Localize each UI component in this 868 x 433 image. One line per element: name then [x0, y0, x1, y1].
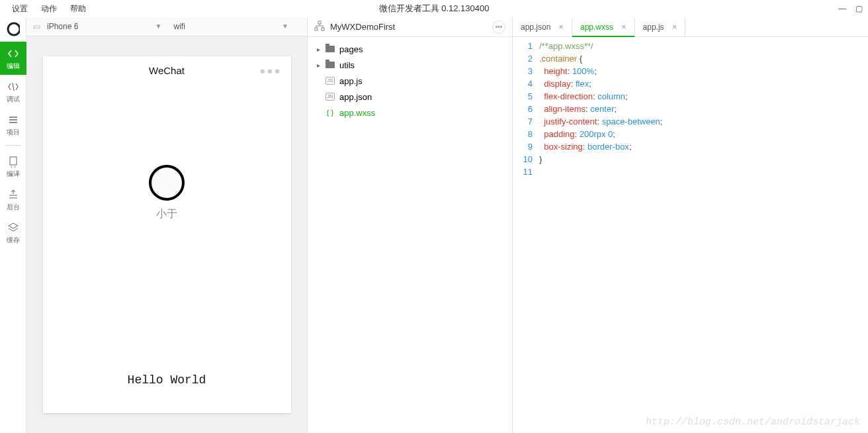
file-name: app.wxss [339, 108, 375, 118]
sidebar-item-globe[interactable] [0, 17, 26, 42]
device-type-icon: ▭ [33, 22, 40, 31]
file-name: pages [339, 44, 363, 54]
sidebar-item-project[interactable]: 项目 [0, 108, 26, 141]
sidebar-item-edit[interactable]: 编辑 [0, 42, 26, 75]
file-row[interactable]: { }app.wxss [308, 105, 512, 120]
simulator-panel: ▭ iPhone 6 ▼ wifi ▼ WeChat ●●● 小于 Hello … [26, 17, 308, 433]
simulator-body: 小于 Hello World [43, 85, 291, 413]
maximize-icon[interactable]: ▢ [855, 4, 863, 13]
editor-tab[interactable]: app.json× [513, 17, 572, 36]
device-bar: ▭ iPhone 6 ▼ wifi ▼ [26, 17, 307, 36]
sidebar-item-debug[interactable]: 调试 [0, 75, 26, 108]
menubar: 设置 动作 帮助 微信开发者工具 0.12.130400 — ▢ [0, 0, 868, 17]
menu-actions[interactable]: 动作 [34, 3, 64, 15]
device-network-label: wifi [174, 22, 185, 31]
divider [5, 145, 21, 146]
tab-label: app.wxss [580, 23, 613, 32]
chevron-right-icon: ▸ [317, 62, 324, 69]
file-tree: ▸pages▸utilsJSapp.jsJNapp.json{ }app.wxs… [308, 37, 512, 124]
list-icon [7, 113, 20, 126]
sidebar-item-compile[interactable]: 编译 [0, 150, 26, 183]
sidebar: 编辑 调试 项目 编译 后台 [0, 17, 26, 433]
svg-point-0 [8, 23, 20, 35]
file-name: utils [339, 60, 355, 70]
folder-row[interactable]: ▸pages [308, 41, 512, 57]
editor-panel: app.json×app.wxss×app.js× 1234567891011 … [513, 17, 868, 433]
file-badge: JS [326, 77, 334, 85]
sidebar-label: 调试 [7, 95, 20, 104]
more-icon[interactable]: ●●● [259, 65, 281, 76]
sidebar-item-backend[interactable]: 后台 [0, 183, 26, 216]
sidebar-label: 后台 [7, 203, 20, 212]
device-model-label: iPhone 6 [47, 22, 78, 31]
more-button[interactable]: ••• [492, 21, 505, 34]
code-lines: /**app.wxss**/.container { height: 100%;… [539, 40, 868, 178]
sidebar-label: 缓存 [7, 236, 20, 245]
project-name: MyWXDemoFirst [330, 22, 395, 32]
avatar [149, 165, 185, 201]
svg-rect-3 [315, 28, 318, 30]
menu-settings[interactable]: 设置 [5, 3, 34, 15]
folder-row[interactable]: ▸utils [308, 57, 512, 73]
globe-icon [7, 23, 20, 36]
window-title: 微信开发者工具 0.12.130400 [379, 3, 490, 15]
simulator-titlebar: WeChat ●●● [43, 56, 291, 85]
compile-icon [7, 155, 20, 168]
close-icon[interactable]: × [672, 22, 677, 32]
svg-rect-2 [318, 21, 321, 24]
code-icon [7, 47, 20, 60]
sidebar-label: 编译 [7, 169, 20, 179]
watermark: http://blog.csdn.net/androidstarjack [646, 416, 860, 428]
folder-icon [324, 46, 337, 52]
editor-tab[interactable]: app.wxss× [572, 17, 635, 36]
device-model-select[interactable]: iPhone 6 ▼ [47, 22, 174, 31]
code-editor[interactable]: 1234567891011 /**app.wxss**/.container {… [513, 37, 868, 178]
minimize-icon[interactable]: — [838, 4, 846, 13]
device-network-select[interactable]: wifi ▼ [174, 22, 301, 31]
sitemap-icon [314, 21, 325, 33]
chevron-down-icon: ▼ [155, 23, 162, 30]
debug-icon [7, 80, 20, 93]
file-name: app.json [339, 92, 372, 102]
sidebar-label: 编辑 [7, 62, 20, 71]
chevron-right-icon: ▸ [317, 46, 324, 53]
username-label: 小于 [156, 207, 177, 221]
folder-icon [324, 62, 337, 68]
svg-rect-4 [322, 28, 324, 30]
sidebar-label: 项目 [7, 128, 20, 137]
simulator-frame: WeChat ●●● 小于 Hello World [43, 56, 291, 413]
file-row[interactable]: JNapp.json [308, 89, 512, 105]
simulator-title: WeChat [149, 65, 185, 76]
svg-rect-1 [10, 157, 17, 165]
gutter: 1234567891011 [513, 40, 539, 178]
editor-tabs: app.json×app.wxss×app.js× [513, 17, 868, 37]
wxss-icon: { } [327, 109, 333, 117]
hello-text: Hello World [128, 373, 206, 387]
project-header: MyWXDemoFirst ••• [308, 17, 512, 37]
file-explorer: MyWXDemoFirst ••• ▸pages▸utilsJSapp.jsJN… [308, 17, 513, 433]
chevron-down-icon: ▼ [282, 23, 288, 30]
editor-tab[interactable]: app.js× [635, 17, 686, 36]
backend-icon [7, 188, 20, 201]
tab-label: app.json [521, 23, 550, 32]
tab-label: app.js [643, 23, 664, 32]
layers-icon [7, 221, 20, 234]
menu-help[interactable]: 帮助 [64, 3, 93, 15]
close-icon[interactable]: × [558, 22, 564, 32]
file-row[interactable]: JSapp.js [308, 73, 512, 89]
file-badge: JN [326, 93, 335, 101]
file-name: app.js [339, 76, 363, 86]
close-icon[interactable]: × [621, 22, 627, 32]
sidebar-item-cache[interactable]: 缓存 [0, 216, 26, 249]
